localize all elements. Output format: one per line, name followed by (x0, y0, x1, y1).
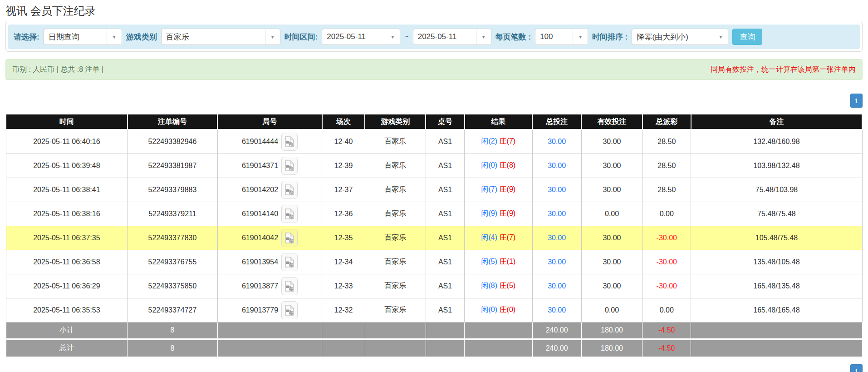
cell-time: 2025-05-11 06:38:16 (6, 202, 128, 226)
date-from-input[interactable] (322, 29, 385, 45)
video-replay-button[interactable] (281, 157, 298, 175)
cell-payout: 28.50 (642, 178, 691, 202)
result-player: 闲(4) (481, 233, 498, 241)
cell-round-no: 619014202 (217, 178, 322, 202)
cell-remark: 75.48/103.98 (691, 178, 862, 202)
video-file-icon (285, 281, 294, 292)
filter-panel: 请选择: ▼ 游戏类别 ▼ 时间区间: ▼ ~ ▼ 每页笔数 : (5, 22, 863, 52)
header-round-no: 局号 (217, 114, 322, 129)
cell-table-no: AS1 (426, 298, 464, 322)
subtotal-valid-bet: 180.00 (581, 322, 642, 339)
page-size-dropdown-button[interactable]: ▼ (573, 29, 588, 45)
result-player: 闲(0) (481, 306, 498, 313)
currency-total-text: 币别 : 人民币 | 总共 :8 注单 | (12, 65, 103, 74)
cell-game: 百家乐 (365, 274, 426, 298)
time-sort-dropdown-button[interactable]: ▼ (713, 29, 728, 45)
table-row: 2025-05-11 06:36:29 522493375850 6190138… (6, 274, 862, 298)
page-size-label: 每页笔数 : (495, 32, 531, 42)
round-no-text: 619014042 (242, 234, 278, 242)
cell-total-bet: 30.00 (532, 274, 581, 298)
subtotal-empty-cell (322, 322, 365, 339)
cell-valid-bet: 0.00 (581, 202, 642, 226)
total-bet-link[interactable]: 30.00 (548, 210, 566, 218)
total-bet-link[interactable]: 30.00 (548, 234, 566, 242)
cell-bet-no: 522493381987 (128, 154, 218, 178)
valid-bet-note: 同局有效投注，统一计算在该局第一张注单内 (711, 65, 856, 74)
cell-result: 闲(9) 庄(9) (465, 202, 532, 226)
date-to-select[interactable]: ▼ (413, 29, 491, 45)
cell-bet-no: 522493382946 (128, 129, 218, 154)
chevron-down-icon: ▼ (112, 35, 117, 40)
cell-total-bet: 30.00 (532, 178, 581, 202)
video-file-icon (285, 136, 294, 147)
query-type-dropdown-button[interactable]: ▼ (107, 29, 122, 45)
cell-table-no: AS1 (426, 154, 464, 178)
total-bet-link[interactable]: 30.00 (548, 186, 566, 193)
page-size-select[interactable]: ▼ (535, 29, 588, 45)
cell-time: 2025-05-11 06:37:35 (6, 226, 128, 250)
total-empty-cell (691, 339, 862, 357)
video-replay-button[interactable] (281, 205, 298, 223)
video-replay-button[interactable] (281, 301, 298, 319)
time-range-label: 时间区间: (284, 32, 318, 42)
result-player: 闲(8) (481, 282, 498, 289)
cell-session: 12-32 (322, 298, 365, 322)
video-replay-button[interactable] (281, 253, 298, 271)
search-button[interactable]: 查询 (732, 29, 762, 45)
result-player: 闲(9) (481, 209, 498, 217)
video-replay-button[interactable] (281, 277, 298, 295)
header-time: 时间 (6, 114, 128, 129)
date-to-input[interactable] (413, 29, 476, 45)
query-type-select[interactable]: ▼ (44, 29, 122, 45)
time-sort-input[interactable] (632, 29, 713, 45)
cell-payout: -30.00 (642, 226, 691, 250)
cell-bet-no: 522493379211 (128, 202, 218, 226)
total-bet-link[interactable]: 30.00 (548, 138, 566, 145)
subtotal-empty-cell (426, 322, 464, 339)
video-replay-button[interactable] (281, 229, 298, 247)
cell-game: 百家乐 (365, 154, 426, 178)
total-empty-cell (217, 339, 322, 357)
cell-remark: 135.48/105.48 (691, 250, 862, 274)
total-bet-link[interactable]: 30.00 (548, 306, 566, 314)
game-type-dropdown-button[interactable]: ▼ (265, 29, 280, 45)
cell-round-no: 619014140 (217, 202, 322, 226)
video-replay-button[interactable] (281, 181, 298, 199)
filter-bar: 请选择: ▼ 游戏类别 ▼ 时间区间: ▼ ~ ▼ 每页笔数 : (8, 25, 860, 49)
cell-game: 百家乐 (365, 250, 426, 274)
cell-time: 2025-05-11 06:40:16 (6, 129, 128, 154)
time-sort-select[interactable]: ▼ (632, 29, 728, 45)
total-label: 总计 (6, 339, 128, 357)
cell-valid-bet: 30.00 (581, 226, 642, 250)
total-bet-link[interactable]: 30.00 (548, 282, 566, 290)
video-file-icon (285, 160, 294, 171)
cell-round-no: 619014042 (217, 226, 322, 250)
pagination-bottom: 1 (5, 364, 863, 372)
total-bet-link[interactable]: 30.00 (548, 258, 566, 266)
total-valid-bet: 180.00 (581, 339, 642, 357)
subtotal-empty-cell (365, 322, 426, 339)
total-bet-link[interactable]: 30.00 (548, 162, 566, 169)
header-remark: 备注 (691, 114, 862, 129)
game-type-select[interactable]: ▼ (161, 29, 280, 45)
page-1-button[interactable]: 1 (850, 94, 863, 108)
subtotal-empty-cell (691, 322, 862, 339)
chevron-down-icon: ▼ (719, 35, 723, 40)
video-replay-button[interactable] (281, 133, 298, 151)
pagination-top: 1 (5, 94, 863, 108)
page-container: 视讯 会员下注纪录 请选择: ▼ 游戏类别 ▼ 时间区间: ▼ ~ ▼ (5, 5, 863, 372)
page-1-button[interactable]: 1 (850, 364, 863, 372)
date-from-select[interactable]: ▼ (322, 29, 400, 45)
round-no-text: 619013954 (242, 258, 278, 266)
date-to-dropdown-button[interactable]: ▼ (476, 29, 491, 45)
summary-bar: 币别 : 人民币 | 总共 :8 注单 | 同局有效投注，统一计算在该局第一张注… (5, 59, 863, 80)
page-size-input[interactable] (535, 29, 573, 45)
date-from-dropdown-button[interactable]: ▼ (385, 29, 400, 45)
game-type-input[interactable] (162, 29, 265, 45)
query-type-input[interactable] (44, 29, 107, 45)
header-table-no: 桌号 (426, 114, 464, 129)
cell-valid-bet: 30.00 (581, 154, 642, 178)
select-type-label: 请选择: (14, 32, 39, 42)
cell-total-bet: 30.00 (532, 202, 581, 226)
table-row: 2025-05-11 06:39:48 522493381987 6190143… (6, 154, 862, 178)
